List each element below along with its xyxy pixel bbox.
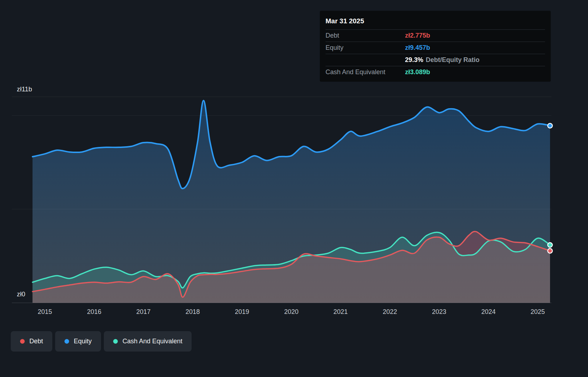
tooltip-cash-value: zł3.089b: [405, 68, 545, 76]
legend-item-equity[interactable]: Equity: [55, 331, 101, 352]
x-tick-label: 2016: [87, 308, 101, 315]
x-tick-label: 2017: [136, 308, 150, 315]
x-tick-label: 2019: [235, 308, 249, 315]
tooltip-ratio-value-group: 29.3%Debt/Equity Ratio: [405, 56, 545, 64]
legend-item-cash[interactable]: Cash And Equivalent: [104, 331, 192, 352]
legend: Debt Equity Cash And Equivalent: [11, 331, 192, 352]
tooltip-ratio-label: Debt/Equity Ratio: [426, 56, 479, 63]
equity-end-marker: [548, 123, 553, 128]
x-tick-label: 2024: [481, 308, 496, 315]
x-tick-label: 2018: [185, 308, 200, 315]
tooltip-debt-label: Debt: [326, 32, 405, 39]
cash-end-marker: [548, 243, 553, 247]
tooltip-equity-value: zł9.457b: [405, 44, 545, 52]
legend-debt-label: Debt: [29, 338, 43, 345]
tooltip-cash-label: Cash And Equivalent: [326, 68, 405, 76]
tooltip-equity-label: Equity: [326, 44, 405, 52]
chart-root: 2015201620172018201920202021202220232024…: [0, 0, 588, 377]
cash-legend-dot-icon: [113, 339, 118, 344]
legend-equity-label: Equity: [74, 338, 92, 345]
tooltip-date: Mar 31 2025: [326, 15, 545, 29]
x-tick-label: 2022: [383, 308, 397, 315]
tooltip: Mar 31 2025 Debt zł2.775b Equity zł9.457…: [320, 11, 551, 82]
tooltip-debt-value: zł2.775b: [405, 32, 545, 39]
x-tick-label: 2025: [531, 308, 545, 315]
x-tick-label: 2021: [333, 308, 348, 315]
x-tick-label: 2023: [432, 308, 446, 315]
tooltip-row-cash: Cash And Equivalent zł3.089b: [326, 66, 545, 78]
x-tick-label: 2020: [284, 308, 298, 315]
tooltip-row-ratio: 29.3%Debt/Equity Ratio: [326, 54, 545, 66]
legend-cash-label: Cash And Equivalent: [122, 338, 182, 345]
tooltip-row-debt: Debt zł2.775b: [326, 29, 545, 42]
tooltip-row-equity: Equity zł9.457b: [326, 42, 545, 54]
y-axis-label-top: zł11b: [17, 86, 32, 93]
tooltip-ratio-percent: 29.3%: [405, 56, 423, 63]
x-tick-label: 2015: [38, 308, 52, 315]
debt-end-marker: [548, 248, 553, 253]
equity-legend-dot-icon: [64, 339, 69, 344]
y-axis-label-zero: zł0: [17, 291, 25, 298]
legend-item-debt[interactable]: Debt: [11, 331, 52, 352]
debt-legend-dot-icon: [20, 339, 25, 344]
